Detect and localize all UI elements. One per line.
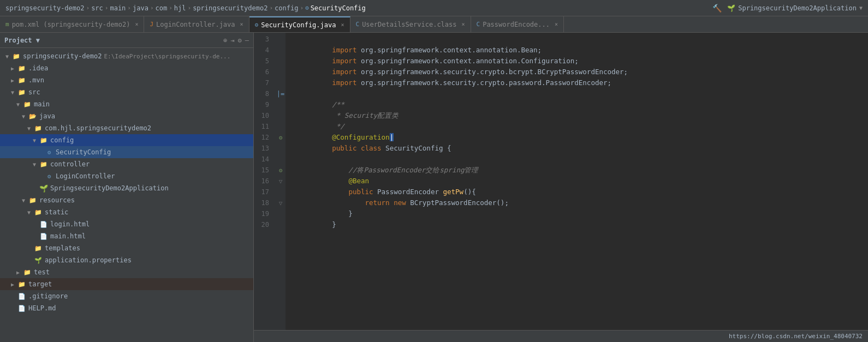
tree-item-mvn[interactable]: ▶ 📁 .mvn <box>0 74 253 86</box>
line-num: 8 <box>254 88 272 99</box>
breadcrumb-item: config <box>275 4 298 12</box>
gutter-cell: |= <box>276 88 286 99</box>
code-content[interactable]: import org.springframework.context.annot… <box>286 33 868 330</box>
breadcrumb-separator: › <box>86 4 90 11</box>
tree-arrow: ▼ <box>16 101 23 107</box>
line-num: 15 <box>254 165 272 176</box>
tree-label: springsecurity-demo2 <box>23 52 102 60</box>
gutter-cell <box>276 99 286 110</box>
tree-label: config <box>50 136 74 144</box>
breadcrumb-item: java <box>133 4 148 12</box>
tree-item-securityconfig[interactable]: ⚙ SecurityConfig <box>0 146 253 158</box>
tree-item-gitignore[interactable]: 📄 .gitignore <box>0 290 253 302</box>
tree-item-root[interactable]: ▼ 📁 springsecurity-demo2 E:\IdeaProject\… <box>0 50 253 62</box>
tab-label: PasswordEncode... <box>483 21 550 28</box>
folder-controller-icon: 📁 <box>39 160 48 169</box>
close-sidebar-icon[interactable]: — <box>245 37 249 44</box>
tab-icon-class: C <box>356 21 360 28</box>
tree-label: .idea <box>28 64 48 72</box>
gutter-cell <box>276 154 286 165</box>
code-line-20 <box>291 219 863 230</box>
run-configuration[interactable]: 🌱 SpringsecurityDemo2Application ▼ <box>727 4 863 12</box>
tree-item-src[interactable]: ▼ 📁 src <box>0 86 253 98</box>
tree-arrow: ▶ <box>11 77 17 83</box>
tree-label: templates <box>45 244 80 252</box>
gutter-cell <box>276 34 286 45</box>
line-num: 3 <box>254 34 272 45</box>
close-icon[interactable]: × <box>135 21 138 27</box>
tab-icon-class2: C <box>477 21 480 28</box>
tree-item-main[interactable]: ▼ 📁 main <box>0 98 253 110</box>
tree-item-appprops[interactable]: 🌱 application.properties <box>0 254 253 266</box>
folder-icon: 📁 <box>23 100 32 109</box>
line-num: 16 <box>254 176 272 187</box>
sidebar-title: Project ▼ <box>4 37 40 44</box>
tree-label: main <box>34 100 50 108</box>
gutter-cell <box>276 219 286 230</box>
tree-item-resources[interactable]: ▼ 📁 resources <box>0 194 253 206</box>
tree-label: resources <box>39 196 75 204</box>
folder-target-icon: 📁 <box>17 280 26 289</box>
tree-label: src <box>28 88 40 96</box>
gutter-cell <box>276 77 286 88</box>
folder-templates-icon: 📁 <box>34 244 43 253</box>
close-icon[interactable]: × <box>462 21 465 27</box>
tree-item-controller[interactable]: ▼ 📁 controller <box>0 158 253 170</box>
breadcrumb-current: SecurityConfig <box>311 4 366 12</box>
tab-security[interactable]: ⚙ SecurityConfig.java × <box>249 16 350 32</box>
tab-login[interactable]: J LoginController.java × <box>144 16 249 32</box>
tree-arrow: ▼ <box>22 197 28 203</box>
tree-item-target[interactable]: ▶ 📁 target <box>0 278 253 290</box>
tree-label: LoginController <box>56 172 115 180</box>
html-icon: 📄 <box>39 220 48 229</box>
collapse-icon[interactable]: ⇥ <box>230 37 234 44</box>
folder-src-icon: 📁 <box>17 88 26 97</box>
line-num: 14 <box>254 154 272 165</box>
status-bar: https://blog.csdn.net/weixin_48040732 <box>254 330 868 342</box>
tree-label: HELP.md <box>28 304 56 312</box>
close-icon[interactable]: × <box>240 21 243 27</box>
java-class-icon: ⚙ <box>45 172 53 181</box>
tab-icon-security: ⚙ <box>255 21 259 28</box>
tree-item-config[interactable]: ▼ 📁 config <box>0 134 253 146</box>
tree-item-helpmd[interactable]: 📄 HELP.md <box>0 302 253 314</box>
tree-label: SecurityConfig <box>56 148 111 156</box>
tree-item-logincontroller[interactable]: ⚙ LoginController <box>0 170 253 182</box>
code-line-14: //将PasswordEncoder交给spring管理 <box>291 154 863 165</box>
tree-item-com[interactable]: ▼ 📁 com.hjl.springsecuritydemo2 <box>0 122 253 134</box>
tree-item-springapp[interactable]: 🌱 SpringsecurityDemo2Application <box>0 182 253 194</box>
tree-item-mainhtml[interactable]: 📄 main.html <box>0 230 253 242</box>
gutter-cell <box>276 121 286 132</box>
tree-item-java[interactable]: ▼ 📂 java <box>0 110 253 122</box>
gutter-cell <box>276 67 286 77</box>
gutter-cell <box>276 187 286 197</box>
run-config-label: SpringsecurityDemo2Application <box>738 4 857 12</box>
main-layout: Project ▼ ⊕ ⇥ ⚙ — ▼ 📁 springsecurity-dem… <box>0 33 868 342</box>
line-num: 10 <box>254 110 272 121</box>
folder-pkg-icon: 📁 <box>34 124 43 133</box>
settings-icon[interactable]: ⚙ <box>238 37 242 44</box>
tree-arrow: ▶ <box>11 281 17 287</box>
tree-item-templates[interactable]: 📁 templates <box>0 242 253 254</box>
tree-item-idea[interactable]: ▶ 📁 .idea <box>0 62 253 74</box>
line-num: 9 <box>254 99 272 110</box>
close-icon[interactable]: × <box>555 21 558 27</box>
code-editor[interactable]: 3 4 5 6 7 8 9 10 11 12 13 14 15 16 17 18… <box>254 33 868 342</box>
code-line-9: * Security配置类 <box>291 99 863 110</box>
tree-label: target <box>28 280 52 288</box>
sidebar: Project ▼ ⊕ ⇥ ⚙ — ▼ 📁 springsecurity-dem… <box>0 33 254 342</box>
close-icon[interactable]: × <box>341 22 344 28</box>
line-num: 19 <box>254 208 272 219</box>
props-icon: 🌱 <box>34 256 43 265</box>
tab-pom[interactable]: m pom.xml (springsecurity-demo2) × <box>0 16 144 32</box>
tab-passwordencoder[interactable]: C PasswordEncode... × <box>471 16 564 32</box>
tree-item-test[interactable]: ▶ 📁 test <box>0 266 253 278</box>
tree-item-loginhtml[interactable]: 📄 login.html <box>0 218 253 230</box>
gutter-cell: ▽ <box>276 197 286 208</box>
tree-arrow: ▼ <box>5 53 12 59</box>
tab-label: UserDetailsService.class <box>362 21 456 28</box>
title-bar-right: 🔨 🌱 SpringsecurityDemo2Application ▼ <box>712 4 863 13</box>
tab-userdetails[interactable]: C UserDetailsService.class × <box>350 16 471 32</box>
tree-item-static[interactable]: ▼ 📁 static <box>0 206 253 218</box>
locate-icon[interactable]: ⊕ <box>223 37 227 44</box>
